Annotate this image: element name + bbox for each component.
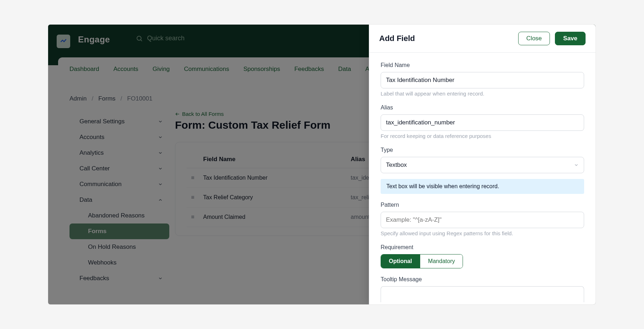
alias-label: Alias xyxy=(381,104,584,111)
drag-handle-icon[interactable]: ≡ xyxy=(187,207,199,227)
sidebar-item-label: Webhooks xyxy=(88,259,117,266)
tab-dashboard[interactable]: Dashboard xyxy=(69,66,99,73)
sidebar-item-label: Accounts xyxy=(79,134,104,141)
pattern-label: Pattern xyxy=(381,202,584,208)
sidebar-item-label: General Settings xyxy=(79,118,125,125)
type-select[interactable]: Textbox xyxy=(381,157,584,173)
type-info-box: Text box will be visible when entering r… xyxy=(381,179,584,194)
breadcrumb-id: FO10001 xyxy=(127,95,153,102)
type-value: Textbox xyxy=(386,161,407,169)
requirement-segmented: Optional Mandatory xyxy=(381,254,463,268)
close-button[interactable]: Close xyxy=(518,32,550,45)
chevron-down-icon xyxy=(158,150,163,155)
sidebar-item-accounts[interactable]: Accounts xyxy=(69,129,169,145)
sidebar-subitem-webhooks[interactable]: Webhooks xyxy=(69,255,169,271)
sidebar-item-data[interactable]: Data xyxy=(69,192,169,208)
col-field-name: Field Name xyxy=(199,151,346,168)
drag-handle-icon[interactable]: ≡ xyxy=(187,188,199,207)
drawer-header: Add Field Close Save xyxy=(369,25,596,53)
sidebar-item-label: Call Center xyxy=(79,165,110,172)
sidebar-item-label: Feedbacks xyxy=(79,275,109,282)
sidebar-item-label: On Hold Reasons xyxy=(88,243,136,251)
chevron-down-icon xyxy=(158,182,163,187)
svg-line-1 xyxy=(141,40,142,41)
sidebar-item-feedbacks[interactable]: Feedbacks xyxy=(69,271,169,286)
tab-giving[interactable]: Giving xyxy=(153,66,170,73)
breadcrumb-sep: / xyxy=(92,95,93,102)
alias-help: For record keeping or data reference pur… xyxy=(381,133,584,139)
cell-field-name: Tax Identification Number xyxy=(199,168,346,188)
tooltip-input[interactable] xyxy=(381,286,584,302)
save-button[interactable]: Save xyxy=(555,32,586,45)
add-field-drawer: Add Field Close Save Field Name Label th… xyxy=(369,25,596,304)
chevron-down-icon xyxy=(158,119,163,124)
sidebar-subitem-abandoned-reasons[interactable]: Abandoned Reasons xyxy=(69,208,169,223)
sidebar-item-call-center[interactable]: Call Center xyxy=(69,161,169,176)
cell-field-name: Amount Claimed xyxy=(199,207,346,227)
tab-feedbacks[interactable]: Feedbacks xyxy=(294,66,324,73)
cell-field-name: Tax Relief Category xyxy=(199,188,346,207)
alias-input[interactable] xyxy=(381,114,584,131)
chevron-up-icon xyxy=(158,197,163,202)
drag-handle-icon[interactable]: ≡ xyxy=(187,168,199,188)
sidebar-subitem-on-hold-reasons[interactable]: On Hold Reasons xyxy=(69,239,169,255)
sidebar-item-label: Abandoned Reasons xyxy=(88,212,145,219)
tab-communications[interactable]: Communications xyxy=(184,66,229,73)
tab-sponsorships[interactable]: Sponsorships xyxy=(243,66,280,73)
breadcrumb-forms[interactable]: Forms xyxy=(98,95,115,102)
sidebar-item-label: Forms xyxy=(88,228,107,235)
pattern-input[interactable] xyxy=(381,212,584,228)
drawer-title: Add Field xyxy=(379,34,415,43)
breadcrumb-admin[interactable]: Admin xyxy=(69,95,87,102)
settings-sidebar: General Settings Accounts Analytics Call… xyxy=(69,114,169,286)
requirement-optional-button[interactable]: Optional xyxy=(381,255,420,268)
breadcrumb-sep: / xyxy=(120,95,122,102)
sidebar-item-label: Data xyxy=(79,196,92,204)
tooltip-label: Tooltip Message xyxy=(381,276,584,283)
type-label: Type xyxy=(381,147,584,153)
sidebar-item-communication[interactable]: Communication xyxy=(69,176,169,192)
chevron-down-icon xyxy=(158,166,163,171)
app-logo xyxy=(57,35,70,48)
sidebar-item-analytics[interactable]: Analytics xyxy=(69,145,169,161)
sidebar-subitem-forms[interactable]: Forms xyxy=(69,223,169,239)
svg-point-0 xyxy=(137,36,141,40)
search-placeholder: Quick search xyxy=(147,35,185,42)
chevron-down-icon xyxy=(574,163,579,168)
search-field[interactable]: Quick search xyxy=(136,35,185,42)
arrow-left-icon xyxy=(175,112,180,117)
app-name: Engage xyxy=(78,35,110,45)
pattern-help: Specify allowed input using Regex patter… xyxy=(381,230,584,236)
tab-accounts[interactable]: Accounts xyxy=(113,66,138,73)
sidebar-item-general-settings[interactable]: General Settings xyxy=(69,114,169,129)
back-to-forms-link[interactable]: Back to All Forms xyxy=(175,111,224,117)
drawer-body: Field Name Label that will appear when e… xyxy=(369,53,596,304)
requirement-mandatory-button[interactable]: Mandatory xyxy=(420,255,463,268)
field-name-help: Label that will appear when entering rec… xyxy=(381,91,584,97)
field-name-input[interactable] xyxy=(381,72,584,88)
back-link-label: Back to All Forms xyxy=(182,111,224,117)
tab-data[interactable]: Data xyxy=(338,66,351,73)
sidebar-item-label: Communication xyxy=(79,181,122,188)
chevron-down-icon xyxy=(158,135,163,140)
search-icon xyxy=(136,35,143,42)
logo-icon xyxy=(60,38,67,45)
sidebar-item-label: Analytics xyxy=(79,149,104,156)
requirement-label: Requirement xyxy=(381,244,584,251)
chevron-down-icon xyxy=(158,276,163,281)
field-name-label: Field Name xyxy=(381,62,584,68)
